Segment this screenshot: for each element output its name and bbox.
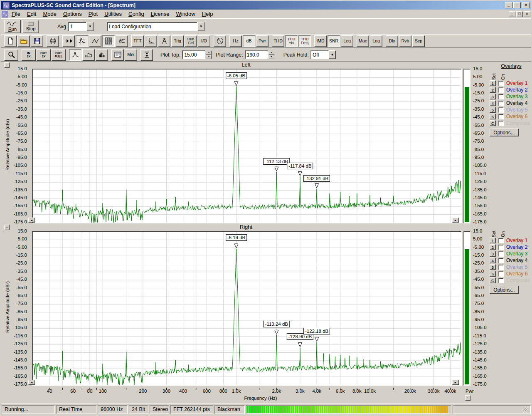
scroll-left-icon[interactable]: ◄ xyxy=(28,218,35,223)
trigger-button[interactable]: Trig xyxy=(171,35,184,47)
thd-plus-n-button[interactable]: THD+N xyxy=(285,35,298,47)
child-window-controls: _ □ × xyxy=(508,11,530,17)
menu-options[interactable]: Options xyxy=(60,10,85,18)
spectrum-view-button[interactable] xyxy=(76,35,88,47)
plot-range-down-icon[interactable]: ▼ xyxy=(268,55,274,59)
peak-hold-dropdown-icon[interactable]: ▼ xyxy=(329,50,336,59)
scaling-button[interactable] xyxy=(145,35,157,47)
progress-segment xyxy=(419,406,421,413)
reverb-button[interactable]: Rvb xyxy=(399,35,411,47)
progress-segment xyxy=(434,406,436,413)
macro-button[interactable]: Mac xyxy=(357,35,369,47)
snr-button[interactable]: SNR xyxy=(328,35,340,47)
peak-hold-combobox[interactable]: Off▼ xyxy=(310,50,336,59)
open-file-button[interactable] xyxy=(17,35,30,47)
zoom-icon xyxy=(8,51,15,58)
save-file-button[interactable] xyxy=(31,35,43,47)
plot-top-up-icon[interactable]: ▲ xyxy=(206,51,212,55)
thd-button[interactable]: THD xyxy=(272,35,284,47)
progress-segment xyxy=(392,406,394,413)
fft-settings-button[interactable]: FFT xyxy=(131,35,144,47)
surface-view-button[interactable] xyxy=(116,35,128,47)
progress-segment xyxy=(428,406,429,413)
zoom-out-full-button[interactable]: OUTFULL xyxy=(52,49,66,61)
load-configuration-combobox[interactable]: Load Configuration ▼ xyxy=(107,22,204,31)
resize-grip-icon[interactable] xyxy=(522,406,528,413)
plot-top-value[interactable]: 15.00 xyxy=(182,50,205,59)
imd-button[interactable]: IMD xyxy=(314,35,327,47)
bar-plot-style-button[interactable] xyxy=(96,49,108,61)
units-hz-button[interactable]: Hz xyxy=(229,35,242,47)
document-icon[interactable] xyxy=(2,11,8,17)
child-minimize-button[interactable]: _ xyxy=(509,11,515,17)
thd-vs-freq-label: THDFreq xyxy=(301,37,309,45)
spectrum-plot-right[interactable]: -6.19 dB-113.24 dB-128.90 dB-122.18 dB xyxy=(32,231,462,386)
menu-utilities[interactable]: Utilities xyxy=(101,10,125,18)
menu-license[interactable]: License xyxy=(148,10,173,18)
scope-button[interactable]: Scp xyxy=(412,35,425,47)
calibration-button[interactable] xyxy=(158,35,170,47)
stop-button-toolbar[interactable]: Stop xyxy=(22,20,39,33)
spectrogram-view-button[interactable] xyxy=(102,35,115,47)
zoom-in-2x-button[interactable]: IN2X xyxy=(22,49,36,61)
print-button[interactable] xyxy=(47,35,59,47)
scroll-right-icon[interactable]: ► xyxy=(452,218,459,223)
display-options-button[interactable] xyxy=(111,49,124,61)
menu-config[interactable]: Config xyxy=(125,10,148,18)
power-spectrum-button[interactable]: Pwr xyxy=(256,35,268,47)
x-axis-ticks xyxy=(33,385,461,388)
menu-file[interactable]: File xyxy=(8,10,24,18)
surface-view-icon xyxy=(118,37,126,45)
markers-button[interactable]: Mrk xyxy=(125,49,137,61)
logging-label: Log xyxy=(372,39,380,43)
signal-generator-button[interactable] xyxy=(214,35,226,47)
close-button[interactable]: × xyxy=(522,2,530,8)
y-tick-label-right: -135.0 xyxy=(473,187,497,192)
run-button[interactable]: Run xyxy=(4,20,21,33)
process-forward-button[interactable] xyxy=(62,35,75,47)
thd-vs-freq-button[interactable]: THDFreq xyxy=(298,35,311,47)
load-configuration-dropdown-icon[interactable]: ▼ xyxy=(197,22,204,31)
step-plot-style-button[interactable] xyxy=(82,49,95,61)
child-close-button[interactable]: × xyxy=(524,11,530,17)
progress-segment xyxy=(266,406,267,413)
progress-segment xyxy=(247,406,249,413)
units-db-button[interactable]: dB xyxy=(243,35,255,47)
menu-plot[interactable]: Plot xyxy=(85,10,101,18)
delay-button[interactable]: Dly xyxy=(386,35,398,47)
run-control-button[interactable]: RunCtrl xyxy=(185,35,197,47)
maximize-button[interactable]: □ xyxy=(513,2,521,8)
leq-button[interactable]: Leq xyxy=(341,35,353,47)
y-tick-label-right: -55.0 xyxy=(473,123,497,128)
progress-segment xyxy=(345,406,346,413)
waveform-view-button[interactable] xyxy=(89,35,101,47)
line-plot-style-button[interactable] xyxy=(69,49,81,61)
plot-range-up-icon[interactable]: ▲ xyxy=(268,51,274,55)
menu-window[interactable]: Window xyxy=(172,10,198,18)
avg-dropdown-icon[interactable]: ▼ xyxy=(86,22,94,31)
zoom-out-2x-button[interactable]: OUT2X xyxy=(37,49,51,61)
plot-range-value[interactable]: 190.0 xyxy=(245,50,268,59)
spectrum-plot-left[interactable]: -6.05 dB-112.13 dB-117.84 dB-132.91 dB xyxy=(32,69,462,223)
scroll-right-icon[interactable]: ► xyxy=(452,380,459,385)
menu-mode[interactable]: Mode xyxy=(39,10,60,18)
avg-combobox[interactable]: 1 ▼ xyxy=(68,22,94,31)
progress-segment xyxy=(351,406,352,413)
amplitude-range-button[interactable] xyxy=(140,49,153,61)
scroll-left-icon[interactable]: ◄ xyxy=(28,380,35,385)
zoom-button[interactable] xyxy=(4,49,18,61)
menu-help[interactable]: Help xyxy=(199,10,217,18)
menu-edit[interactable]: Edit xyxy=(24,10,39,18)
plot-top-down-icon[interactable]: ▼ xyxy=(206,55,212,59)
y-tick-label: -35.0 xyxy=(1,106,28,111)
minimize-button[interactable]: _ xyxy=(505,2,512,8)
new-file-button[interactable] xyxy=(4,35,17,47)
child-restore-button[interactable]: □ xyxy=(516,11,523,17)
x-axis-title: Frequency (Hz) xyxy=(32,396,489,401)
io-device-button[interactable]: I/O xyxy=(198,35,210,47)
progress-segment xyxy=(340,406,342,413)
collapse-meter-icon[interactable]: − xyxy=(465,395,470,401)
status-bit-depth: 24 Bit xyxy=(129,405,148,414)
logging-button[interactable]: Log xyxy=(370,35,382,47)
progress-segment xyxy=(407,406,409,413)
